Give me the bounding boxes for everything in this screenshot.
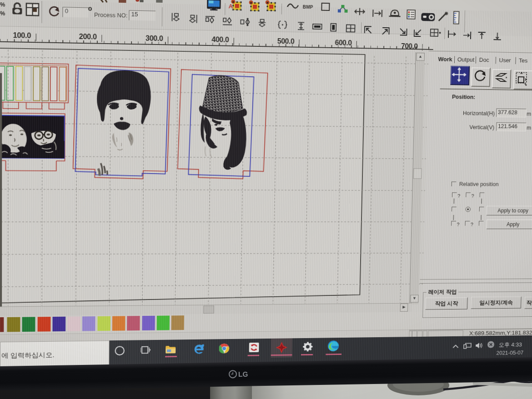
svg-text:LG: LG — [238, 370, 248, 378]
svg-text:BMP: BMP — [303, 5, 313, 10]
svg-text:A: A — [229, 3, 233, 10]
